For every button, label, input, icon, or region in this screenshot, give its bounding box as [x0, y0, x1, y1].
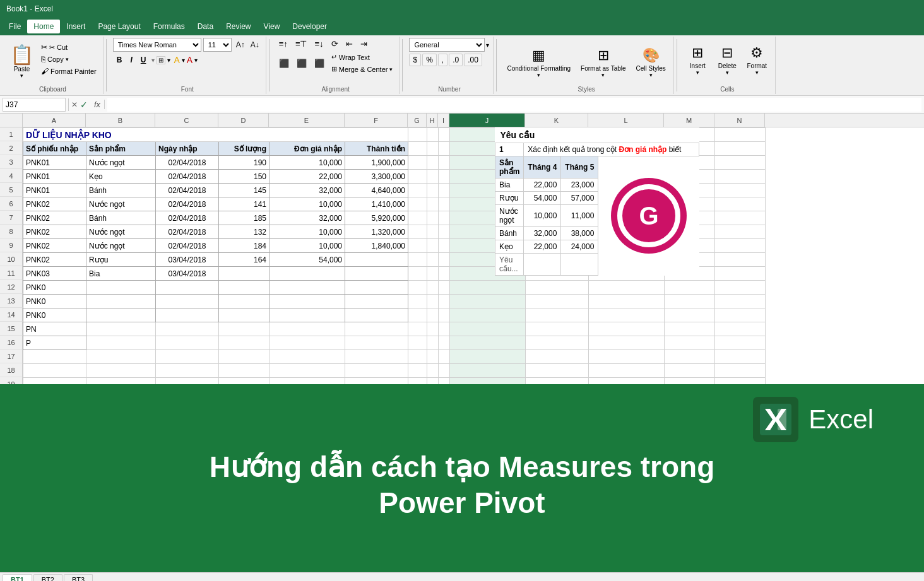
cell-H14[interactable] — [427, 308, 439, 322]
cell-I2[interactable] — [439, 142, 450, 156]
cell-C5[interactable]: 02/04/2018 — [156, 184, 219, 197]
cell-A11[interactable]: PNK03 — [23, 267, 86, 281]
cell-A6[interactable]: PNK02 — [23, 197, 86, 211]
col-header-H[interactable]: H — [427, 114, 438, 127]
copy-button[interactable]: ⎘ Copy ▾ — [38, 54, 99, 65]
align-top-center-button[interactable]: ≡⊤ — [292, 38, 311, 50]
paste-button[interactable]: 📋 Paste ▾ — [6, 39, 37, 83]
cell-I3[interactable] — [439, 156, 450, 170]
cell-H18[interactable] — [427, 364, 439, 378]
col-header-N[interactable]: N — [714, 114, 765, 127]
align-center-button[interactable]: ⬛ — [293, 57, 310, 69]
cell-D9[interactable]: 184 — [219, 239, 270, 253]
col-header-B[interactable]: B — [86, 114, 155, 127]
number-expand[interactable]: ▾ — [486, 42, 489, 49]
cell-I12[interactable] — [439, 281, 450, 295]
cell-I1[interactable] — [439, 128, 450, 142]
nuocngot-t5[interactable]: 11,000 — [561, 205, 598, 227]
cell-H11[interactable] — [427, 267, 439, 281]
cell-C8[interactable]: 02/04/2018 — [156, 225, 219, 239]
cell-D17[interactable] — [219, 350, 270, 364]
cell-D15[interactable] — [219, 322, 270, 336]
cell-D18[interactable] — [219, 364, 270, 378]
cell-C2[interactable]: Ngày nhập — [156, 142, 219, 156]
cell-I7[interactable] — [439, 211, 450, 225]
delete-dropdown[interactable]: ▾ — [726, 69, 729, 76]
cell-N10[interactable] — [715, 253, 766, 267]
cell-B18[interactable] — [86, 364, 156, 378]
cell-B16[interactable] — [86, 336, 156, 350]
font-name-select[interactable]: Times New Roman — [113, 38, 201, 52]
cell-F12[interactable] — [345, 281, 408, 295]
cell-G15[interactable] — [408, 322, 427, 336]
conditional-formatting-button[interactable]: ▦ Conditional Formatting ▾ — [503, 40, 574, 85]
cell-C11[interactable]: 03/04/2018 — [156, 267, 219, 281]
font-grow-button[interactable]: A↑ — [234, 39, 247, 50]
row-num-5[interactable]: 5 — [0, 183, 23, 197]
cell-H10[interactable] — [427, 253, 439, 267]
cell-H13[interactable] — [427, 295, 439, 308]
cell-B12[interactable] — [86, 281, 156, 295]
bia-t5[interactable]: 23,000 — [561, 179, 598, 192]
cell-F11[interactable] — [345, 267, 408, 281]
cell-N1[interactable] — [715, 128, 766, 142]
menu-tab-review[interactable]: Review — [220, 20, 257, 33]
cell-D8[interactable]: 132 — [219, 225, 270, 239]
underline-button[interactable]: U — [137, 54, 150, 66]
cell-K15[interactable] — [526, 322, 589, 336]
cell-D5[interactable]: 145 — [219, 184, 270, 197]
cell-C10[interactable]: 03/04/2018 — [156, 253, 219, 267]
cell-B8[interactable]: Nước ngọt — [86, 225, 156, 239]
cell-H3[interactable] — [427, 156, 439, 170]
number-format-select[interactable]: General — [409, 38, 485, 52]
cell-E18[interactable] — [270, 364, 345, 378]
cell-D11[interactable] — [219, 267, 270, 281]
ruou-t4[interactable]: 54,000 — [524, 192, 561, 205]
fill-dropdown[interactable]: ▾ — [182, 57, 185, 64]
cell-C16[interactable] — [156, 336, 219, 350]
cell-M15[interactable] — [665, 322, 715, 336]
cell-N17[interactable] — [715, 350, 766, 364]
cell-E11[interactable] — [270, 267, 345, 281]
banh-t4[interactable]: 32,000 — [524, 227, 561, 240]
cell-G13[interactable] — [408, 295, 427, 308]
format-dropdown[interactable]: ▾ — [755, 69, 759, 76]
cell-E12[interactable] — [270, 281, 345, 295]
cell-I15[interactable] — [439, 322, 450, 336]
cell-C14[interactable] — [156, 308, 219, 322]
cell-B2[interactable]: Sản phẩm — [86, 142, 156, 156]
menu-tab-home[interactable]: Home — [27, 20, 60, 33]
menu-tab-file[interactable]: File — [3, 20, 27, 33]
cell-F7[interactable]: 5,920,000 — [345, 211, 408, 225]
cell-A17[interactable] — [23, 350, 86, 364]
nuocngot-t4[interactable]: 10,000 — [524, 205, 561, 227]
menu-tab-view[interactable]: View — [258, 20, 287, 33]
cell-F13[interactable] — [345, 295, 408, 308]
cell-G8[interactable] — [408, 225, 427, 239]
row-num-2[interactable]: 2 — [0, 141, 23, 155]
cell-I5[interactable] — [439, 184, 450, 197]
cell-F4[interactable]: 3,300,000 — [345, 170, 408, 184]
cell-J14[interactable] — [450, 308, 526, 322]
cell-N3[interactable] — [715, 156, 766, 170]
currency-button[interactable]: $ — [409, 54, 421, 66]
cell-F6[interactable]: 1,410,000 — [345, 197, 408, 211]
copy-dropdown[interactable]: ▾ — [66, 56, 69, 62]
cancel-formula-icon[interactable]: ✕ — [71, 100, 78, 109]
menu-tab-page-layout[interactable]: Page Layout — [92, 20, 146, 33]
cell-I6[interactable] — [439, 197, 450, 211]
row-num-15[interactable]: 15 — [0, 322, 23, 336]
col-header-K[interactable]: K — [525, 114, 588, 127]
cell-I16[interactable] — [439, 336, 450, 350]
cell-K18[interactable] — [526, 364, 589, 378]
cell-D16[interactable] — [219, 336, 270, 350]
cell-B3[interactable]: Nước ngọt — [86, 156, 156, 170]
row-num-8[interactable]: 8 — [0, 225, 23, 238]
cell-A1[interactable]: DỮ LIỆU NHẬP KHO — [23, 128, 408, 142]
cell-B17[interactable] — [86, 350, 156, 364]
italic-button[interactable]: I — [126, 54, 136, 66]
cell-G11[interactable] — [408, 267, 427, 281]
cell-G17[interactable] — [408, 350, 427, 364]
menu-tab-developer[interactable]: Developer — [286, 20, 333, 33]
cell-styles-button[interactable]: 🎨 Cell Styles ▾ — [632, 40, 670, 85]
